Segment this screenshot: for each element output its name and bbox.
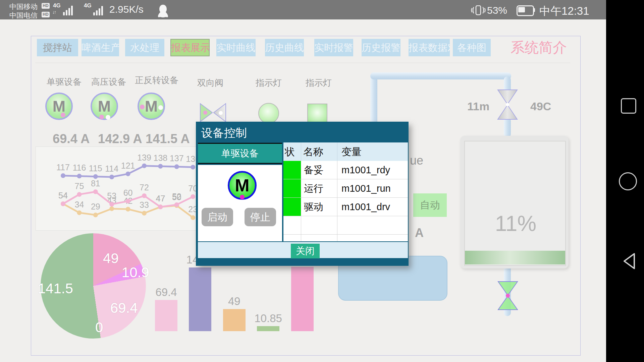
motor-single-drive[interactable]: M [45,93,73,120]
name-cell: 运行 [301,179,337,197]
variable-cell [337,235,405,241]
device-label-single-drive: 单驱设备 [47,76,82,88]
orange-series-point [93,213,98,217]
close-button[interactable]: 关闭 [291,244,320,258]
dialog-title: 设备控制 [201,125,247,141]
dialog-motor-dot [240,195,245,199]
purple-series-point [191,165,195,170]
tab-3[interactable]: 水处理 [125,39,164,56]
start-button[interactable]: 启动 [202,208,233,226]
motor-high-pressure[interactable]: M [91,93,118,120]
home-circle-icon[interactable] [619,172,637,190]
top-valve-icon[interactable] [497,89,518,120]
orange-series-label: 34 [74,200,84,209]
purple-series-label: 114 [105,164,118,173]
status-bar: 中国移动 HD 中国电信 HD 4G ↓↑ 4G 2.95K/s 53% [0,0,606,19]
tab-1[interactable]: 搅拌站 [37,39,78,56]
purple-series-point [77,174,82,178]
motor-dot-pink [140,105,145,109]
orange-series-point [77,210,82,215]
purple-series-point [174,164,179,169]
battery-icon [517,5,534,16]
tab-8[interactable]: 历史报警 [362,39,400,56]
bar-5 [291,267,314,331]
pink-series-label: 54 [58,191,68,200]
carrier1-label: 中国移动 [9,2,38,11]
vibrate-mode-icon [470,5,486,15]
clock-label: 中午12:31 [539,4,589,19]
bar-label-3: 49 [228,295,240,308]
status-cell [283,198,301,216]
device-label-indicator-1: 指示灯 [256,77,282,89]
pink-series-label: 81 [91,179,100,188]
bottom-valve-icon[interactable] [497,281,518,310]
column-variable: 变量 [337,142,408,161]
status-cell [283,179,301,197]
motor-fwd-rev[interactable]: M [138,93,165,120]
table-row [283,216,408,235]
network-speed: 2.95K/s [109,4,144,15]
tank-level-label: 11% [488,211,543,236]
pie-slice-label: 69.4 [110,300,138,316]
purple-series-point [158,164,163,169]
table-row: 驱动m1001_drv [283,198,408,216]
motor-letter: M [98,98,111,115]
purple-series-label: 116 [72,163,86,172]
motor-value-2: 142.9 A [98,132,142,146]
pie-slice-label: 0 [95,319,103,336]
partial-true-label: ue [410,154,423,168]
pink-series-point [174,202,179,207]
orange-series-point [109,206,114,211]
pink-series-point [191,194,195,199]
tab-6[interactable]: 历史曲线 [265,39,304,56]
pink-series-point [142,193,147,198]
device-label-high-pressure: 高压设备 [91,76,126,88]
pie-slice-label: 10.9 [122,264,149,281]
flow-value-label: 11m [467,100,489,113]
tab-divider [35,63,570,63]
auto-mode-button[interactable]: 自动 [413,193,447,217]
pink-series-point [93,189,98,194]
bar-2 [189,267,211,331]
tab-2[interactable]: 啤酒生产 [82,39,119,56]
bar-4 [257,326,279,331]
tab-5[interactable]: 实时曲线 [216,39,256,56]
network-type-2: 4G [84,2,92,9]
tab-10[interactable]: 各种图 [453,39,491,56]
phone-screen: 中国移动 HD 中国电信 HD 4G ↓↑ 4G 2.95K/s 53% [0,0,644,362]
pink-series-label: 52 [172,192,181,201]
tab-7[interactable]: 实时报警 [314,39,353,56]
bar-label-4: 10.85 [254,312,282,325]
dialog-motor-letter: M [235,176,249,195]
stop-button[interactable]: 停止 [245,208,276,226]
dialog-footer: 关闭 [198,242,408,258]
two-way-valve-icon[interactable] [200,103,226,123]
bar-3 [223,309,246,331]
pink-series-label: 60 [123,188,133,197]
partial-ampere-label: A [415,226,424,240]
dialog-device-tab[interactable]: 单驱设备 [198,143,282,164]
purple-series-point [93,174,98,179]
recents-square-icon[interactable] [621,98,636,114]
back-triangle-icon[interactable] [621,251,637,271]
dialog-motor-panel: M 启动 停止 [198,165,282,241]
table-row [283,235,408,241]
bar-1 [155,300,177,331]
indicator-lamp-square [307,104,327,124]
device-label-two-way-valve: 双向阀 [197,77,223,89]
data-arrows-icon: ↓↑ [52,9,56,15]
tab-4[interactable]: 报表展示 [170,39,210,56]
name-cell: 备妥 [301,161,337,179]
name-cell [301,216,337,234]
orange-series-point [191,215,195,220]
hd-badge-1: HD [42,3,50,9]
name-cell [301,235,337,241]
device-label-indicator-2: 指示灯 [306,77,332,89]
battery-cap-icon [533,8,535,12]
status-cell [283,216,301,234]
tab-11[interactable]: 系统简介 [508,39,569,56]
hd-badge-2: HD [42,12,50,17]
status-cell [283,161,301,179]
tab-9[interactable]: 报表数据对比 [409,39,450,56]
pink-series-label: 47 [156,194,165,203]
